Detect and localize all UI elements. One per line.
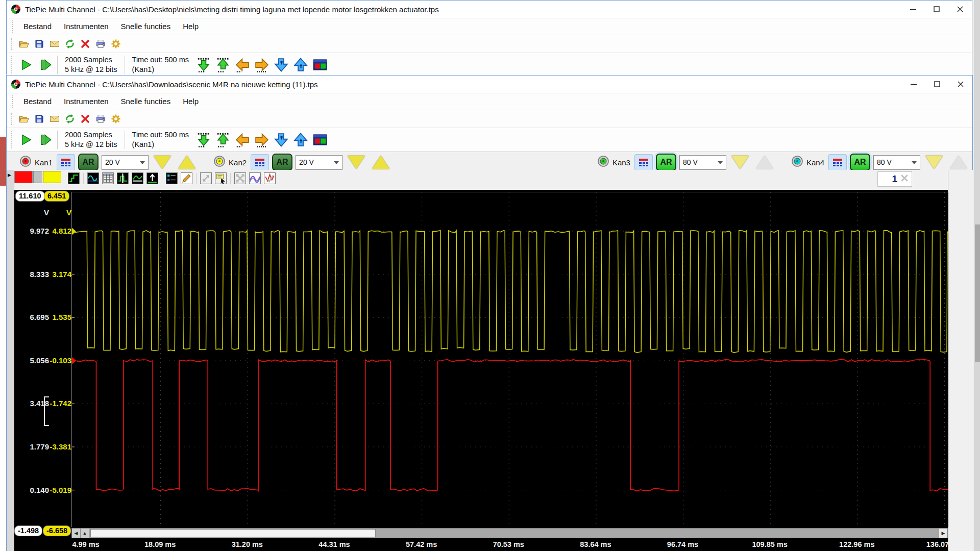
- range-value: 80 V: [683, 158, 698, 166]
- delete-icon[interactable]: [79, 37, 92, 51]
- toolbar-grip: [11, 38, 14, 50]
- range-up-button[interactable]: [950, 156, 967, 169]
- background-window-strip-right: [974, 0, 980, 551]
- menu-item-help[interactable]: Help: [177, 94, 205, 109]
- minimize-icon: [910, 6, 917, 13]
- autorange-button[interactable]: AR: [656, 154, 676, 171]
- play-icon[interactable]: [17, 56, 35, 73]
- menu-item-instrumenten[interactable]: Instrumenten: [58, 94, 115, 109]
- pan-left-icon[interactable]: [233, 131, 252, 149]
- time-up-icon[interactable]: [291, 56, 310, 74]
- close-button[interactable]: [949, 76, 972, 93]
- channel-indicator-icon[interactable]: [597, 155, 609, 169]
- channels-window-icon[interactable]: [311, 56, 329, 74]
- range-select[interactable]: 80 V: [873, 155, 920, 170]
- pan-right-icon[interactable]: [253, 56, 271, 74]
- channel-group-kan3: Kan3AR80 V: [584, 154, 778, 171]
- separator: [125, 56, 125, 74]
- transport-grip: [11, 131, 14, 148]
- refresh-icon[interactable]: [63, 37, 77, 51]
- channel-indicator-icon[interactable]: [213, 155, 226, 169]
- maximize-button[interactable]: [925, 76, 949, 93]
- timeout-info: Time out: 500 ms(Kan1): [127, 130, 194, 149]
- coupling-button[interactable]: [634, 154, 653, 170]
- time-down-icon[interactable]: [272, 131, 290, 149]
- range-up-button[interactable]: [372, 156, 389, 169]
- close-button[interactable]: [948, 1, 972, 18]
- samples-count: 2000 Samples: [65, 130, 117, 140]
- menu-item-bestand[interactable]: Bestand: [17, 19, 58, 34]
- menu-item-snelle-functies[interactable]: Snelle functies: [115, 19, 177, 34]
- window-controls: [902, 76, 972, 93]
- channel-group-kan4: Kan4AR80 V: [778, 154, 972, 171]
- coupling-icon: [831, 158, 844, 167]
- play-icon[interactable]: [17, 131, 35, 148]
- mail-icon[interactable]: [48, 37, 61, 51]
- close-icon: [957, 6, 964, 13]
- range-down-button[interactable]: [348, 156, 365, 169]
- channel-indicator-icon[interactable]: [791, 155, 803, 169]
- chevron-down-icon: [718, 161, 723, 164]
- menu-item-instrumenten[interactable]: Instrumenten: [58, 19, 115, 34]
- range-down-button[interactable]: [925, 156, 943, 169]
- range-select[interactable]: 20 V: [102, 155, 149, 170]
- range-up-button[interactable]: [756, 156, 773, 169]
- main-toolbar: [7, 35, 972, 53]
- timeout-value: Time out: 500 ms: [132, 55, 189, 65]
- autorange-button[interactable]: AR: [78, 154, 99, 171]
- zoom-up-icon[interactable]: [214, 56, 232, 74]
- timeout-value: Time out: 500 ms: [132, 130, 189, 140]
- zoom-down-icon[interactable]: [194, 56, 213, 74]
- range-down-button[interactable]: [154, 156, 171, 169]
- save-icon[interactable]: [33, 112, 46, 126]
- range-select[interactable]: 20 V: [296, 155, 342, 170]
- channels-window-icon[interactable]: [311, 131, 329, 149]
- minimize-button[interactable]: [901, 1, 925, 18]
- time-up-icon[interactable]: [291, 131, 310, 149]
- settings-icon[interactable]: [109, 112, 122, 126]
- menu-bar: BestandInstrumentenSnelle functiesHelp: [7, 18, 972, 35]
- save-icon[interactable]: [33, 37, 46, 51]
- channel-label: Kan2: [229, 158, 247, 167]
- toolbar-grip: [11, 113, 14, 125]
- range-down-button[interactable]: [731, 156, 749, 169]
- zoom-down-icon[interactable]: [194, 131, 213, 149]
- autorange-button[interactable]: AR: [850, 154, 870, 171]
- mail-icon[interactable]: [48, 112, 61, 126]
- autorange-button[interactable]: AR: [272, 154, 292, 171]
- chevron-down-icon: [912, 161, 917, 164]
- oneshot-icon[interactable]: [37, 131, 54, 148]
- menu-item-bestand[interactable]: Bestand: [17, 94, 58, 109]
- open-icon[interactable]: [17, 37, 31, 51]
- range-up-button[interactable]: [178, 156, 195, 169]
- minimize-button[interactable]: [902, 76, 925, 93]
- print-icon[interactable]: [94, 112, 107, 126]
- samples-info: 2000 Samples5 kHz @ 12 bits: [60, 55, 122, 74]
- title-bar: TiePie Multi Channel - C:\Users\has\Down…: [7, 76, 972, 93]
- maximize-button[interactable]: [925, 1, 948, 18]
- channel-indicator-icon[interactable]: [19, 155, 32, 169]
- coupling-button[interactable]: [251, 154, 269, 170]
- time-down-icon[interactable]: [272, 56, 290, 74]
- channel-label: Kan3: [612, 158, 630, 167]
- pan-left-icon[interactable]: [233, 56, 252, 74]
- delete-icon[interactable]: [79, 112, 92, 126]
- timeout-channel: (Kan1): [132, 140, 189, 149]
- title-bar: TiePie Multi Channel - C:\Users\has\Desk…: [7, 1, 972, 18]
- zoom-up-icon[interactable]: [214, 131, 232, 149]
- range-select[interactable]: 80 V: [679, 155, 726, 170]
- settings-icon[interactable]: [109, 37, 122, 51]
- menu-item-snelle-functies[interactable]: Snelle functies: [115, 94, 177, 109]
- background-red-block: [0, 137, 6, 186]
- oneshot-icon[interactable]: [37, 56, 54, 73]
- channel-label: Kan4: [806, 158, 824, 167]
- menu-item-help[interactable]: Help: [177, 19, 205, 34]
- coupling-button[interactable]: [828, 154, 847, 170]
- timeout-channel: (Kan1): [132, 65, 189, 74]
- open-icon[interactable]: [17, 112, 31, 126]
- pan-right-icon[interactable]: [253, 131, 271, 149]
- background-vscroll-thumb: [975, 224, 980, 362]
- coupling-button[interactable]: [57, 154, 75, 170]
- refresh-icon[interactable]: [63, 112, 77, 126]
- print-icon[interactable]: [94, 37, 107, 51]
